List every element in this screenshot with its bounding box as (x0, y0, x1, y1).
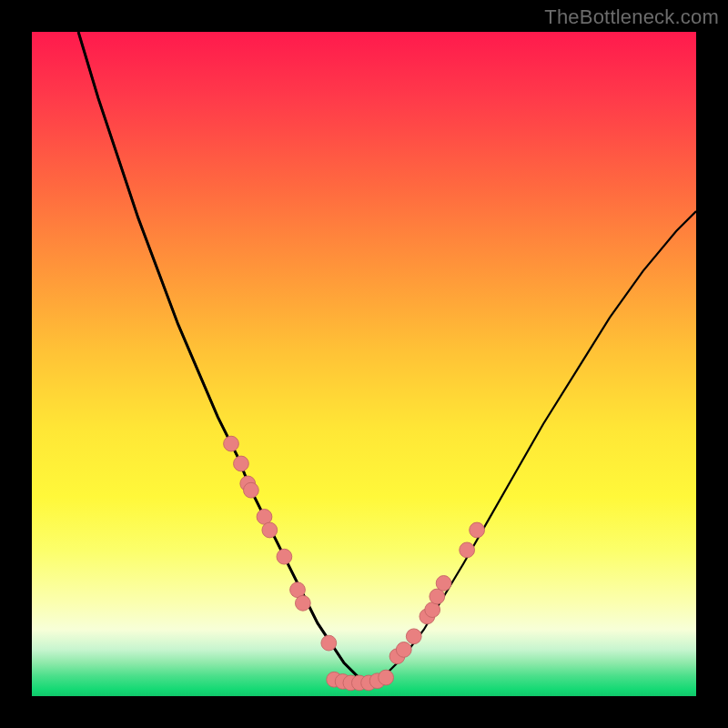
data-dot (224, 436, 239, 451)
bottleneck-curve-layer (32, 32, 696, 696)
data-dot (277, 549, 292, 564)
bottleneck-curve-left (78, 32, 370, 682)
data-dot (460, 542, 475, 558)
data-dot (406, 629, 421, 644)
chart-frame: TheBottleneck.com (0, 0, 728, 728)
data-dot (244, 482, 259, 498)
data-dot (436, 576, 451, 592)
data-dot (430, 589, 445, 604)
data-dot (295, 595, 310, 611)
data-dot (379, 670, 394, 685)
curve-group (78, 32, 696, 682)
plot-area (32, 32, 696, 696)
data-dot (262, 522, 278, 538)
watermark-text: TheBottleneck.com (544, 5, 719, 29)
data-dot (321, 635, 337, 651)
data-dots-group (224, 436, 485, 691)
data-dot (396, 642, 411, 658)
data-dot (234, 456, 249, 471)
data-dot (470, 522, 485, 538)
bottleneck-curve (78, 32, 696, 682)
